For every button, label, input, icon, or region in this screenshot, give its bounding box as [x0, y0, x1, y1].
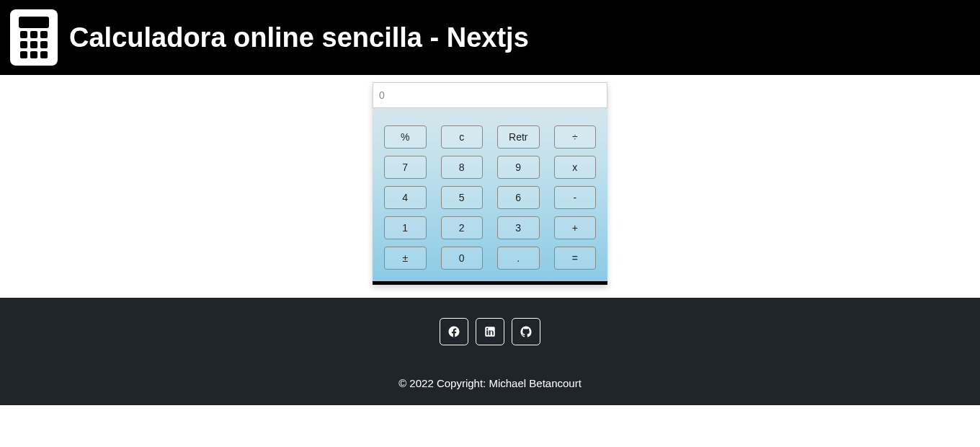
- footer: © 2022 Copyright: Michael Betancourt: [0, 298, 980, 405]
- add-button[interactable]: +: [554, 216, 597, 239]
- github-icon: [520, 325, 533, 338]
- plusminus-button[interactable]: ±: [384, 247, 427, 270]
- social-row: [0, 318, 980, 345]
- linkedin-link[interactable]: [476, 318, 504, 345]
- backspace-button[interactable]: Retr: [497, 125, 540, 149]
- header: Calculadora online sencilla - Nextjs: [0, 0, 980, 75]
- digit-7-button[interactable]: 7: [384, 156, 427, 179]
- digit-2-button[interactable]: 2: [441, 216, 484, 239]
- digit-0-button[interactable]: 0: [441, 247, 484, 270]
- divide-button[interactable]: ÷: [554, 125, 597, 149]
- decimal-button[interactable]: .: [497, 247, 540, 270]
- linkedin-icon: [484, 325, 496, 338]
- digit-4-button[interactable]: 4: [384, 186, 427, 209]
- keypad: %cRetr÷789x456-123+±0.=: [373, 108, 607, 281]
- percent-button[interactable]: %: [384, 125, 427, 149]
- digit-3-button[interactable]: 3: [497, 216, 540, 239]
- github-link[interactable]: [512, 318, 540, 345]
- digit-5-button[interactable]: 5: [441, 186, 484, 209]
- multiply-button[interactable]: x: [554, 156, 597, 179]
- digit-1-button[interactable]: 1: [384, 216, 427, 239]
- digit-6-button[interactable]: 6: [497, 186, 540, 209]
- copyright: © 2022 Copyright: Michael Betancourt: [0, 377, 980, 389]
- digit-9-button[interactable]: 9: [497, 156, 540, 179]
- clear-button[interactable]: c: [441, 125, 484, 149]
- facebook-link[interactable]: [440, 318, 468, 345]
- subtract-button[interactable]: -: [554, 186, 597, 209]
- main: %cRetr÷789x456-123+±0.=: [0, 75, 980, 298]
- page-title: Calculadora online sencilla - Nextjs: [69, 22, 529, 53]
- digit-8-button[interactable]: 8: [441, 156, 484, 179]
- calculator-icon: [10, 9, 58, 66]
- display-input[interactable]: [373, 82, 607, 108]
- calculator: %cRetr÷789x456-123+±0.=: [373, 82, 607, 285]
- facebook-icon: [447, 325, 460, 338]
- equals-button[interactable]: =: [554, 247, 597, 270]
